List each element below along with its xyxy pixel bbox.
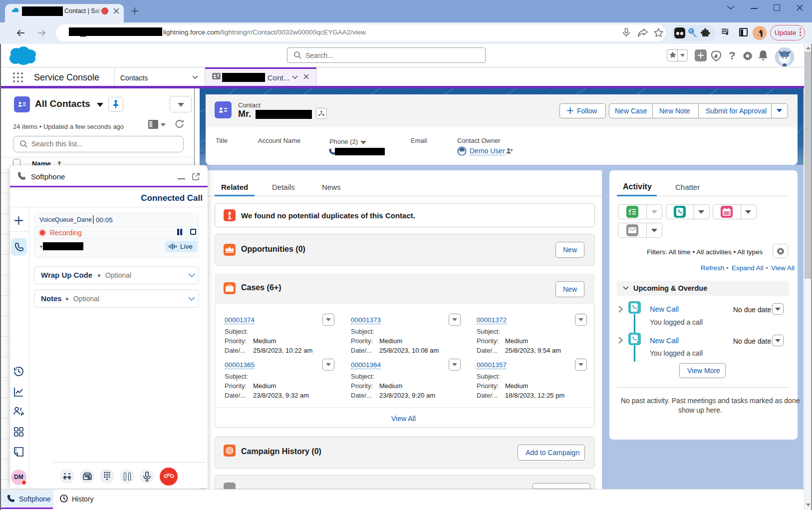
- svg-text:?: ?: [729, 49, 735, 62]
